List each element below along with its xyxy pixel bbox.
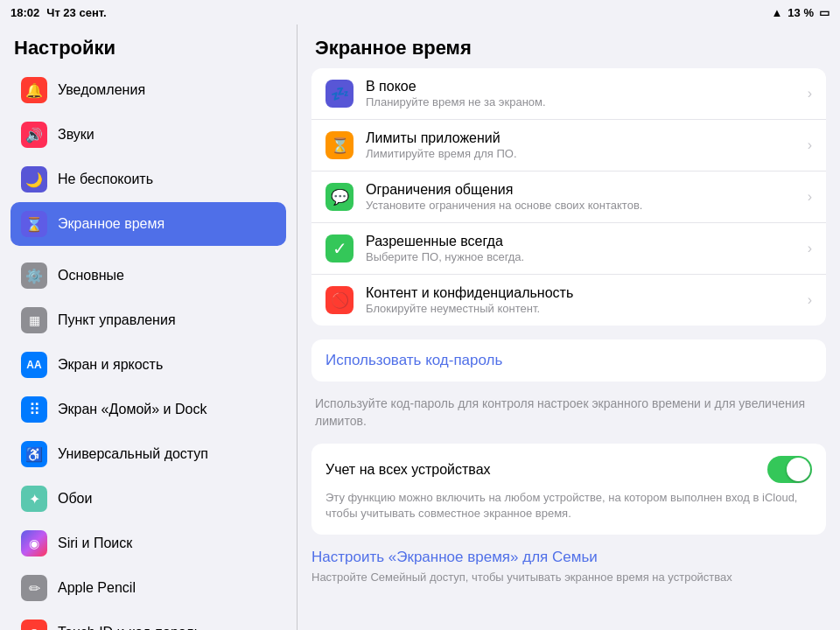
displaybrightness-label: Экран и яркость [58,357,163,373]
sidebar-item-general[interactable]: ⚙️ Основные [10,254,286,298]
downtime-icon: 💤 [326,80,354,108]
communication-title: Ограничения общения [366,182,795,198]
general-icon: ⚙️ [21,262,47,289]
contentprivacy-subtitle: Блокируйте неуместный контент. [366,302,795,315]
screentime-icon: ⌛ [21,211,47,237]
card-row-downtime[interactable]: 💤 В покое Планируйте время не за экраном… [312,68,826,120]
siri-label: Siri и Поиск [58,536,132,551]
use-passcode-link[interactable]: Использовать код-пароль [312,340,826,382]
notifications-label: Уведомления [58,82,145,98]
homescreen-label: Экран «Домой» и Dock [58,402,206,417]
sidebar-item-controlcenter[interactable]: ▦ Пункт управления [10,298,286,342]
all-devices-row: Учет на всех устройствах [326,456,812,483]
sidebar-group-1: 🔔 Уведомления 🔊 Звуки 🌙 Не беспокоить ⌛ … [10,68,286,246]
sidebar-item-notifications[interactable]: 🔔 Уведомления [10,68,286,112]
display-icon: AA [21,352,47,378]
notifications-icon: 🔔 [21,77,47,103]
downtime-chevron: › [808,86,812,102]
donotdisturb-label: Не беспокоить [58,172,153,187]
family-desc: Настройте Семейный доступ, чтобы учитыва… [312,570,826,585]
applepencil-icon: ✏ [21,575,47,601]
sidebar: Настройки 🔔 Уведомления 🔊 Звуки 🌙 Не бес… [0,24,298,630]
accessibility-label: Универсальный доступ [58,446,208,462]
controlcenter-label: Пункт управления [58,312,176,328]
screentime-label: Экранное время [58,216,164,232]
content-area: 💤 В покое Планируйте время не за экраном… [298,68,840,599]
screen-time-menu-group: 💤 В покое Планируйте время не за экраном… [312,68,826,326]
accessibility-icon: ♿ [21,441,47,467]
contentprivacy-title: Контент и конфиденциальность [366,285,795,301]
card-row-contentprivacy[interactable]: 🚫 Контент и конфиденциальность Блокируйт… [312,275,826,326]
toggle-knob [787,458,810,481]
passcode-description: Используйте код-пароль для контроля наст… [312,396,826,430]
sidebar-title: Настройки [0,24,297,68]
all-devices-card: Учет на всех устройствах Эту функцию мож… [312,444,826,534]
wifi-icon: ▲ [771,6,782,19]
sidebar-divider-1 [10,247,286,254]
downtime-title: В покое [366,79,795,94]
sidebar-list: 🔔 Уведомления 🔊 Звуки 🌙 Не беспокоить ⌛ … [0,68,297,630]
applepencil-label: Apple Pencil [58,580,136,596]
card-row-communication[interactable]: 💬 Ограничения общения Установите огранич… [312,172,826,223]
controlcenter-icon: ▦ [21,307,47,333]
main-layout: Настройки 🔔 Уведомления 🔊 Звуки 🌙 Не бес… [0,24,840,630]
status-bar: 18:02 Чт 23 сент. ▲ 13 % ▭ [0,0,840,24]
card-row-applimits[interactable]: ⌛ Лимиты приложений Лимитируйте время дл… [312,120,826,172]
family-section: Настроить «Экранное время» для Семьи Нас… [312,549,826,585]
downtime-subtitle: Планируйте время не за экраном. [366,95,795,108]
family-link[interactable]: Настроить «Экранное время» для Семьи [312,549,826,566]
communication-chevron: › [808,189,812,205]
applimits-subtitle: Лимитируйте время для ПО. [366,147,795,160]
contentprivacy-icon: 🚫 [326,286,354,314]
date-label: Чт 23 сент. [46,6,106,19]
sidebar-item-accessibility[interactable]: ♿ Универсальный доступ [10,432,286,476]
right-panel: Экранное время 💤 В покое Планируйте врем… [298,24,840,630]
all-devices-desc: Эту функцию можно включить на любом устр… [326,490,812,522]
homescreen-icon: ⠿ [21,396,47,423]
time-label: 18:02 [10,6,39,19]
general-label: Основные [58,268,124,284]
alwaysallowed-subtitle: Выберите ПО, нужное всегда. [366,250,795,263]
sounds-label: Звуки [58,127,94,143]
communication-text: Ограничения общения Установите ограничен… [366,182,795,212]
sidebar-item-sounds[interactable]: 🔊 Звуки [10,113,286,157]
alwaysallowed-title: Разрешенные всегда [366,234,795,249]
sidebar-item-homescreen[interactable]: ⠿ Экран «Домой» и Dock [10,388,286,431]
all-devices-toggle[interactable] [767,456,812,483]
sidebar-item-touchid[interactable]: ◎ Touch ID и код-пароль [10,611,286,630]
right-panel-title: Экранное время [298,24,840,68]
sidebar-item-displaybrightness[interactable]: AA Экран и яркость [10,343,286,387]
downtime-text: В покое Планируйте время не за экраном. [366,79,795,108]
touchid-label: Touch ID и код-пароль [58,625,201,630]
touchid-icon: ◎ [21,620,47,630]
alwaysallowed-icon: ✓ [326,234,354,262]
applimits-text: Лимиты приложений Лимитируйте время для … [366,130,795,160]
alwaysallowed-chevron: › [808,241,812,256]
applimits-title: Лимиты приложений [366,130,795,146]
contentprivacy-chevron: › [808,292,812,308]
status-bar-right: ▲ 13 % ▭ [771,6,830,19]
battery-icon: ▭ [819,6,830,19]
siri-icon: ◉ [21,530,47,556]
battery-label: 13 % [788,6,814,19]
wallpaper-label: Обои [58,491,92,507]
status-bar-left: 18:02 Чт 23 сент. [10,6,107,19]
card-row-alwaysallowed[interactable]: ✓ Разрешенные всегда Выберите ПО, нужное… [312,223,826,275]
sidebar-item-donotdisturb[interactable]: 🌙 Не беспокоить [10,158,286,201]
sidebar-item-wallpaper[interactable]: ✦ Обои [10,477,286,521]
sidebar-item-siri[interactable]: ◉ Siri и Поиск [10,522,286,565]
sidebar-item-screentime[interactable]: ⌛ Экранное время [10,202,286,246]
applimits-chevron: › [808,137,812,153]
applimits-icon: ⌛ [326,131,354,159]
wallpaper-icon: ✦ [21,486,47,512]
all-devices-label: Учет на всех устройствах [326,462,491,478]
communication-icon: 💬 [326,183,354,211]
communication-subtitle: Установите ограничения на основе своих к… [366,199,795,212]
sounds-icon: 🔊 [21,122,47,148]
sidebar-group-2: ⚙️ Основные ▦ Пункт управления AA Экран … [10,254,286,630]
alwaysallowed-text: Разрешенные всегда Выберите ПО, нужное в… [366,234,795,263]
donotdisturb-icon: 🌙 [21,166,47,192]
contentprivacy-text: Контент и конфиденциальность Блокируйте … [366,285,795,315]
sidebar-item-applepencil[interactable]: ✏ Apple Pencil [10,566,286,610]
